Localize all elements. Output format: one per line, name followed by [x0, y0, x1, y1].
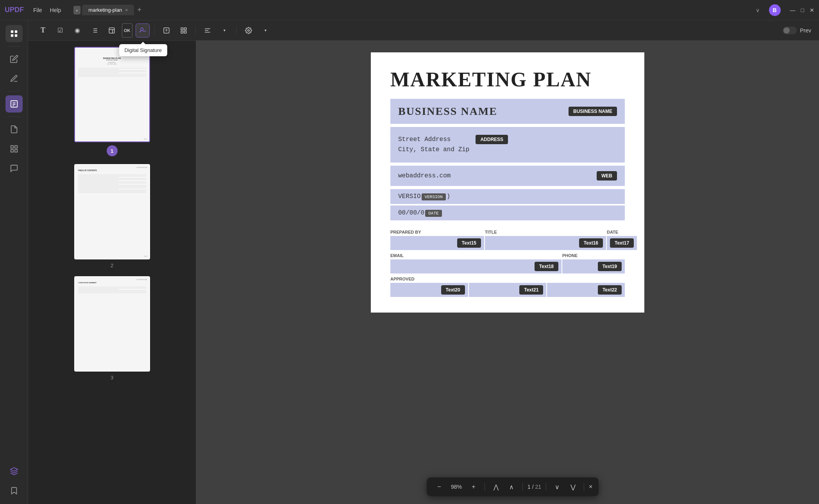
text15-badge[interactable]: Text15 — [457, 238, 481, 248]
current-page: 1 — [528, 484, 531, 490]
svg-rect-27 — [184, 28, 186, 30]
signature-tool-button[interactable]: Digital Signature — [136, 23, 150, 38]
text-tool-button[interactable]: T — [36, 23, 50, 38]
thumb-img-3: CONFIDENTIAL I. EXECUTIVE SUMMARY — [75, 277, 149, 371]
text16-field[interactable]: Text16 — [485, 236, 606, 250]
toggle-knob — [783, 27, 790, 34]
sidebar-icon-bookmark[interactable] — [5, 482, 23, 499]
text18-badge[interactable]: Text18 — [535, 262, 558, 271]
zoom-percent: 98% — [449, 484, 464, 490]
address-badge[interactable]: ADDRESS — [476, 135, 508, 144]
app-logo: UPDF — [5, 6, 24, 14]
phone-label: PHONE — [562, 253, 625, 258]
button-tool-button[interactable]: OK — [122, 23, 132, 38]
sidebar-icon-thumbnails[interactable] — [5, 25, 23, 42]
chevron-down-icon[interactable]: ∨ — [756, 7, 760, 13]
address-section: Street Address City, State and Zip ADDRE… — [390, 127, 625, 163]
maximize-button[interactable]: □ — [801, 7, 804, 13]
text15-field[interactable]: Text15 — [390, 236, 484, 250]
prev-toggle[interactable] — [783, 27, 797, 34]
sidebar-icon-edit[interactable] — [5, 50, 23, 68]
sidebar-icon-pages[interactable] — [5, 121, 23, 138]
sidebar-icon-annotate[interactable] — [5, 70, 23, 87]
svg-rect-10 — [11, 150, 13, 152]
thumbnail-panel: CONFIDENTIAL MARKETING PLAN BUSINESS NAM… — [28, 41, 196, 504]
sidebar-icon-organize[interactable] — [5, 140, 23, 157]
sidebar-icon-layers[interactable] — [5, 463, 23, 480]
svg-rect-29 — [184, 31, 186, 33]
svg-rect-9 — [14, 146, 17, 148]
menu-file[interactable]: File — [33, 7, 42, 13]
version-badge[interactable]: VERSION — [422, 193, 446, 200]
email-phone-labels: EMAIL PHONE — [390, 253, 625, 258]
combo-tool-button[interactable] — [105, 23, 119, 38]
tab-close-icon[interactable]: × — [125, 7, 128, 13]
text22-badge[interactable]: Text22 — [598, 285, 622, 295]
divider-5 — [195, 26, 196, 35]
svg-rect-19 — [109, 28, 114, 33]
text17-badge[interactable]: Text17 — [610, 238, 634, 248]
version-row: VERSIOVERSION) — [390, 189, 625, 204]
menu-help[interactable]: Help — [50, 7, 61, 13]
toolbar-divider-bottom-2 — [522, 483, 523, 491]
close-button[interactable]: ✕ — [810, 7, 814, 13]
business-name-badge[interactable]: BUSINESS NAME — [569, 107, 617, 116]
svg-rect-3 — [14, 34, 17, 37]
toolbar: T ☑ ◉ OK Digital Signature — [28, 20, 819, 41]
text21-field[interactable]: Text21 — [469, 283, 547, 297]
thumbnail-1[interactable]: CONFIDENTIAL MARKETING PLAN BUSINESS NAM… — [33, 47, 191, 156]
svg-rect-28 — [181, 31, 183, 33]
svg-rect-1 — [14, 30, 17, 33]
text21-badge[interactable]: Text21 — [519, 285, 543, 295]
nav-next-button[interactable]: ∨ — [551, 481, 563, 493]
sidebar-icon-more[interactable] — [5, 160, 23, 177]
web-badge[interactable]: WEB — [597, 171, 617, 181]
text17-field[interactable]: Text17 — [607, 236, 637, 250]
grid-tool-button[interactable] — [177, 23, 191, 38]
sidebar-icon-form[interactable] — [5, 95, 23, 113]
thumbnail-3[interactable]: CONFIDENTIAL I. EXECUTIVE SUMMARY — [33, 276, 191, 381]
text20-field[interactable]: Text20 — [390, 283, 468, 297]
minimize-button[interactable]: — — [790, 7, 796, 13]
date-badge[interactable]: DATE — [425, 210, 442, 217]
web-section: webaddress.com WEB — [390, 166, 625, 186]
list-tool-button[interactable] — [88, 23, 102, 38]
date-row: 00/00/0DATE — [390, 206, 625, 220]
text22-field[interactable]: Text22 — [547, 283, 625, 297]
add-tab-button[interactable]: + — [137, 6, 141, 14]
settings-tool-button[interactable] — [241, 23, 256, 38]
nav-last-button[interactable]: ⋁ — [567, 481, 579, 493]
nav-first-button[interactable]: ⋀ — [490, 481, 502, 493]
prepared-by-label: PREPARED BY — [390, 230, 484, 234]
toolbar-divider-bottom-3 — [546, 483, 546, 491]
text18-field[interactable]: Text18 — [390, 259, 561, 273]
edit-tool-button[interactable] — [159, 23, 173, 38]
page-indicator: 1 / 21 — [528, 484, 541, 490]
text19-field[interactable]: Text19 — [562, 259, 625, 273]
window-controls: — □ ✕ — [790, 7, 814, 13]
page-badge-1: 1 — [107, 145, 118, 156]
text19-badge[interactable]: Text19 — [598, 262, 622, 271]
thumb-frame-3: CONFIDENTIAL I. EXECUTIVE SUMMARY — [74, 276, 150, 372]
settings-dropdown-button[interactable]: ▾ — [259, 23, 273, 38]
radio-tool-button[interactable]: ◉ — [70, 23, 84, 38]
close-bottom-toolbar-button[interactable]: × — [589, 483, 592, 490]
nav-prev-button[interactable]: ∧ — [505, 481, 518, 493]
business-name-text: BUSINESS NAME — [398, 105, 562, 118]
text16-badge[interactable]: Text16 — [579, 238, 603, 248]
thumbnail-2[interactable]: CONFIDENTIAL TABLE OF CONTENTS — [33, 164, 191, 268]
thumb-frame-2: CONFIDENTIAL TABLE OF CONTENTS — [74, 164, 150, 259]
sidebar — [0, 20, 28, 504]
date-text: 00/00/0DATE — [398, 209, 443, 216]
divider-4 — [154, 26, 155, 35]
tab-dropdown[interactable]: ▾ — [73, 6, 80, 14]
business-name-row: BUSINESS NAME BUSINESS NAME — [398, 105, 617, 118]
tab-dropdown-icon: ▾ — [76, 8, 78, 13]
zoom-out-button[interactable]: − — [433, 481, 445, 493]
checkbox-tool-button[interactable]: ☑ — [53, 23, 67, 38]
zoom-in-button[interactable]: + — [467, 481, 480, 493]
align-tool-button[interactable] — [200, 23, 215, 38]
align-dropdown-button[interactable]: ▾ — [218, 23, 232, 38]
active-tab[interactable]: marketing-plan × — [82, 5, 134, 15]
text20-badge[interactable]: Text20 — [441, 285, 465, 295]
